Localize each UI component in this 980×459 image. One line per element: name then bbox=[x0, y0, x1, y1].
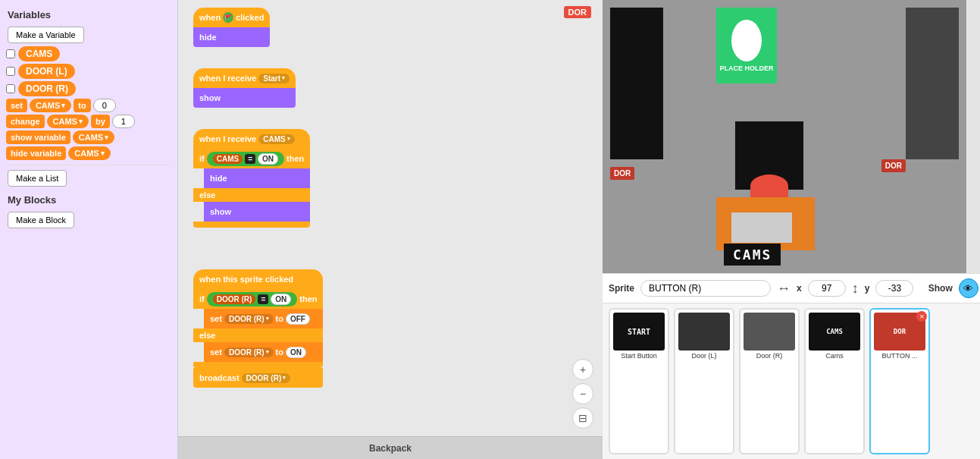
set-door-r-on-block[interactable]: set DOOR (R) ▾ to ON bbox=[204, 342, 323, 362]
show-var-pill[interactable]: CAMS▾ bbox=[73, 130, 114, 144]
sprite-label-cams: Cams bbox=[809, 352, 860, 360]
delete-sprite-button[interactable]: ✕ bbox=[916, 311, 927, 322]
black-pillar-right bbox=[906, 8, 959, 159]
if-block-3[interactable]: if CAMS = ON then bbox=[193, 149, 310, 168]
zoom-controls: + − ⊟ bbox=[572, 359, 593, 429]
arrows-vert-icon: ↕ bbox=[852, 281, 859, 297]
set-value-input[interactable]: 0 bbox=[93, 99, 116, 112]
black-pillar-left bbox=[610, 8, 663, 159]
show-eye-button[interactable]: 👁 bbox=[959, 278, 978, 298]
set-label: set bbox=[6, 99, 27, 112]
sprite-img-cams: CAMS bbox=[809, 313, 860, 351]
var-checkbox-door-r[interactable] bbox=[6, 84, 15, 93]
if-body-4: set DOOR (R) ▾ to OFF bbox=[204, 309, 323, 329]
sprite-img-door-l bbox=[678, 313, 730, 351]
sprite-label-start: Start Button bbox=[613, 352, 665, 360]
else-body-3: show bbox=[204, 202, 310, 222]
door-label-left: DOR bbox=[610, 167, 634, 180]
sprite-label: Sprite bbox=[609, 283, 634, 294]
make-variable-button[interactable]: Make a Variable bbox=[8, 27, 84, 43]
sprite-img-door-r bbox=[744, 313, 795, 351]
sprite-thumb-start-button[interactable]: START Start Button bbox=[609, 308, 669, 454]
if-body-3: hide bbox=[204, 168, 310, 188]
when-sprite-clicked-block[interactable]: when this sprite clicked bbox=[193, 269, 323, 289]
make-list-button[interactable]: Make a List bbox=[8, 170, 67, 187]
set-door-r-off-block[interactable]: set DOOR (R) ▾ to OFF bbox=[204, 309, 323, 329]
change-block[interactable]: change CAMS▾ by 1 bbox=[6, 115, 171, 128]
cams-dropdown[interactable]: CAMS ▾ bbox=[258, 134, 294, 144]
variables-section-title: Variables bbox=[3, 6, 174, 24]
broadcast-door-r-dropdown[interactable]: DOOR (R) ▾ bbox=[242, 373, 291, 383]
set-to-label: to bbox=[74, 99, 90, 112]
door-r-dropdown-off[interactable]: DOOR (R) ▾ bbox=[224, 314, 274, 324]
when-receive-cams-block[interactable]: when I receive CAMS ▾ bbox=[193, 129, 310, 149]
var-checkbox-cams[interactable] bbox=[6, 49, 15, 58]
set-var-pill[interactable]: CAMS▾ bbox=[30, 99, 71, 112]
show-variable-block[interactable]: show variable CAMS▾ bbox=[6, 130, 171, 144]
block-group-2: when I receive Start ▾ show bbox=[193, 68, 296, 108]
on-value: ON bbox=[258, 153, 278, 165]
var-pill-door-l[interactable]: DOOR (L) bbox=[18, 64, 75, 79]
y-input[interactable] bbox=[875, 280, 913, 297]
sprite-list: START Start Button Door (L) Door (R) CAM… bbox=[603, 303, 980, 459]
end-block-4 bbox=[193, 362, 323, 368]
equals-icon: = bbox=[245, 154, 255, 164]
door-label-right: DOR bbox=[881, 159, 906, 172]
when-flag-clicked-block[interactable]: when 🚩 clicked bbox=[193, 8, 270, 27]
block-group-4: when this sprite clicked if DOOR (R) = O… bbox=[193, 269, 323, 388]
left-panel: Variables Make a Variable CAMS DOOR (L) … bbox=[0, 0, 178, 459]
hide-block-1[interactable]: hide bbox=[193, 27, 270, 47]
x-input[interactable] bbox=[808, 280, 846, 297]
backpack-label: Backpack bbox=[369, 443, 412, 454]
hide-var-pill[interactable]: CAMS▾ bbox=[68, 146, 110, 160]
backpack-bar[interactable]: Backpack bbox=[178, 436, 603, 459]
var-pill-cams[interactable]: CAMS bbox=[18, 46, 60, 61]
sprite-thumb-cams[interactable]: CAMS Cams bbox=[804, 308, 865, 454]
show-block-3[interactable]: show bbox=[204, 202, 310, 222]
make-block-button[interactable]: Make a Block bbox=[8, 212, 74, 228]
if-block-4[interactable]: if DOOR (R) = ON then bbox=[193, 289, 323, 309]
change-value-input[interactable]: 1 bbox=[112, 115, 135, 128]
sprite-label-door-r: Door (R) bbox=[744, 352, 795, 360]
hide-variable-block[interactable]: hide variable CAMS▾ bbox=[6, 146, 171, 160]
var-row-cams: CAMS bbox=[6, 46, 171, 61]
block-group-1: when 🚩 clicked hide bbox=[193, 8, 270, 47]
show-block-1[interactable]: show bbox=[193, 88, 296, 108]
else-body-4: set DOOR (R) ▾ to ON bbox=[204, 342, 323, 362]
flag-icon: 🚩 bbox=[223, 12, 233, 23]
code-area[interactable]: DOR when 🚩 clicked hide when I receive S… bbox=[178, 0, 603, 429]
on-value-4: ON bbox=[271, 294, 291, 305]
sprite-name-input[interactable] bbox=[640, 280, 771, 297]
door-r-dropdown-on[interactable]: DOOR (R) ▾ bbox=[224, 347, 274, 357]
sprite-thumb-button-r[interactable]: ✕ DOR BUTTON ... bbox=[869, 308, 930, 454]
my-blocks-section: My Blocks Make a Block bbox=[3, 191, 174, 228]
block-group-3: when I receive CAMS ▾ if CAMS = ON then … bbox=[193, 129, 310, 228]
broadcast-block[interactable]: broadcast DOOR (R) ▾ bbox=[193, 368, 323, 388]
set-block[interactable]: set CAMS▾ to 0 bbox=[6, 99, 171, 112]
stage-canvas: PLACE HOLDER DOR DOR CAMS bbox=[603, 0, 966, 273]
arrows-icon: ↔ bbox=[777, 281, 791, 297]
sprite-thumb-door-r[interactable]: Door (R) bbox=[739, 308, 800, 454]
zoom-in-button[interactable]: + bbox=[572, 359, 593, 380]
window-rect bbox=[731, 212, 792, 243]
sprite-thumb-door-l[interactable]: Door (L) bbox=[674, 308, 734, 454]
var-row-door-r: DOOR (R) bbox=[6, 81, 171, 96]
zoom-fit-button[interactable]: ⊟ bbox=[572, 407, 593, 429]
hide-block-3[interactable]: hide bbox=[204, 168, 310, 188]
var-pill-door-r[interactable]: DOOR (R) bbox=[18, 81, 76, 96]
start-dropdown[interactable]: Start ▾ bbox=[258, 74, 290, 83]
x-label: x bbox=[797, 283, 802, 294]
var-checkbox-door-l[interactable] bbox=[6, 67, 15, 76]
door-r-condition: DOOR (R) = ON bbox=[207, 292, 298, 307]
cams-condition: CAMS = ON bbox=[207, 152, 284, 166]
player-hat bbox=[750, 174, 788, 197]
change-by-label: by bbox=[91, 115, 110, 128]
equals-icon-4: = bbox=[258, 294, 268, 304]
placeholder-box: PLACE HOLDER bbox=[716, 8, 777, 83]
change-var-pill[interactable]: CAMS▾ bbox=[47, 115, 89, 128]
cams-var-pill: CAMS bbox=[213, 154, 243, 164]
code-panel: DOR when 🚩 clicked hide when I receive S… bbox=[178, 0, 603, 459]
show-label: Show bbox=[928, 283, 953, 294]
zoom-out-button[interactable]: − bbox=[572, 383, 593, 404]
when-receive-start-block[interactable]: when I receive Start ▾ bbox=[193, 68, 296, 88]
